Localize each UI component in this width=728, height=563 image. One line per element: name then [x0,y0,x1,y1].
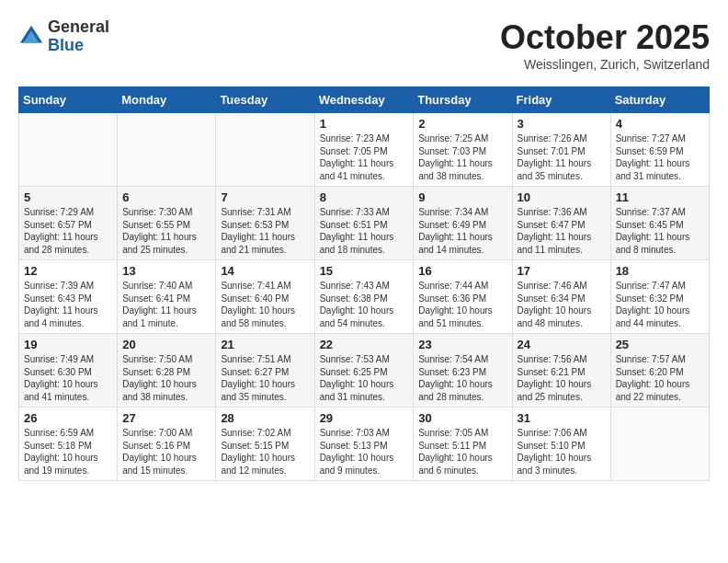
day-info: Sunrise: 7:00 AM Sunset: 5:16 PM Dayligh… [122,427,210,477]
table-row: 1Sunrise: 7:23 AM Sunset: 7:05 PM Daylig… [314,113,414,187]
day-number: 6 [122,190,210,204]
day-info: Sunrise: 7:51 AM Sunset: 6:27 PM Dayligh… [221,353,309,403]
table-row: 5Sunrise: 7:29 AM Sunset: 6:57 PM Daylig… [19,187,118,260]
day-info: Sunrise: 7:02 AM Sunset: 5:15 PM Dayligh… [221,427,309,477]
day-number: 4 [616,117,704,131]
weekday-header-friday: Friday [512,87,610,113]
day-number: 26 [24,411,112,425]
day-info: Sunrise: 7:50 AM Sunset: 6:28 PM Dayligh… [122,353,210,403]
day-info: Sunrise: 7:23 AM Sunset: 7:05 PM Dayligh… [320,132,409,182]
table-row: 23Sunrise: 7:54 AM Sunset: 6:23 PM Dayli… [414,334,512,408]
day-info: Sunrise: 7:46 AM Sunset: 6:34 PM Dayligh… [518,280,606,329]
day-info: Sunrise: 7:39 AM Sunset: 6:43 PM Dayligh… [24,280,112,329]
day-info: Sunrise: 7:53 AM Sunset: 6:25 PM Dayligh… [320,353,409,403]
logo: General Blue [18,18,109,55]
weekday-header-tuesday: Tuesday [216,87,314,113]
day-info: Sunrise: 7:31 AM Sunset: 6:53 PM Dayligh… [221,206,309,256]
day-number: 1 [320,117,409,131]
table-row: 20Sunrise: 7:50 AM Sunset: 6:28 PM Dayli… [118,334,216,408]
day-number: 10 [518,190,606,204]
day-number: 13 [122,264,210,278]
table-row: 22Sunrise: 7:53 AM Sunset: 6:25 PM Dayli… [314,334,414,408]
day-number: 14 [221,264,309,278]
calendar-week-row: 1Sunrise: 7:23 AM Sunset: 7:05 PM Daylig… [19,113,710,187]
day-number: 24 [518,338,606,351]
day-info: Sunrise: 7:29 AM Sunset: 6:57 PM Dayligh… [24,206,112,256]
day-info: Sunrise: 7:25 AM Sunset: 7:03 PM Dayligh… [418,132,506,182]
day-number: 12 [24,264,112,278]
table-row [118,113,216,187]
day-info: Sunrise: 7:34 AM Sunset: 6:49 PM Dayligh… [418,206,506,256]
title-block: October 2025 Weisslingen, Zurich, Switze… [500,18,710,72]
calendar-week-row: 12Sunrise: 7:39 AM Sunset: 6:43 PM Dayli… [19,260,710,334]
day-number: 19 [24,338,112,351]
table-row: 26Sunrise: 6:59 AM Sunset: 5:18 PM Dayli… [19,408,118,481]
table-row [610,408,709,481]
table-row: 2Sunrise: 7:25 AM Sunset: 7:03 PM Daylig… [414,113,512,187]
logo-text: General Blue [48,18,109,55]
table-row: 6Sunrise: 7:30 AM Sunset: 6:55 PM Daylig… [118,187,216,260]
table-row: 3Sunrise: 7:26 AM Sunset: 7:01 PM Daylig… [512,113,610,187]
table-row: 21Sunrise: 7:51 AM Sunset: 6:27 PM Dayli… [216,334,314,408]
day-number: 22 [320,338,409,351]
day-number: 28 [221,411,309,425]
table-row: 28Sunrise: 7:02 AM Sunset: 5:15 PM Dayli… [216,408,314,481]
table-row: 30Sunrise: 7:05 AM Sunset: 5:11 PM Dayli… [414,408,512,481]
day-info: Sunrise: 7:05 AM Sunset: 5:11 PM Dayligh… [418,427,506,477]
location-text: Weisslingen, Zurich, Switzerland [500,57,710,72]
logo-general-text: General [48,18,109,37]
day-info: Sunrise: 7:41 AM Sunset: 6:40 PM Dayligh… [221,280,309,329]
table-row: 15Sunrise: 7:43 AM Sunset: 6:38 PM Dayli… [314,260,414,334]
table-row: 11Sunrise: 7:37 AM Sunset: 6:45 PM Dayli… [610,187,709,260]
day-number: 30 [418,411,506,425]
day-info: Sunrise: 7:26 AM Sunset: 7:01 PM Dayligh… [518,132,606,182]
weekday-header-wednesday: Wednesday [314,87,414,113]
logo-blue-text: Blue [48,37,109,55]
day-number: 23 [418,338,506,351]
day-info: Sunrise: 7:33 AM Sunset: 6:51 PM Dayligh… [320,206,409,256]
table-row: 8Sunrise: 7:33 AM Sunset: 6:51 PM Daylig… [314,187,414,260]
table-row [216,113,314,187]
day-number: 20 [122,338,210,351]
table-row: 7Sunrise: 7:31 AM Sunset: 6:53 PM Daylig… [216,187,314,260]
table-row: 19Sunrise: 7:49 AM Sunset: 6:30 PM Dayli… [19,334,118,408]
day-number: 3 [518,117,606,131]
page-header: General Blue October 2025 Weisslingen, Z… [18,18,710,72]
day-info: Sunrise: 7:37 AM Sunset: 6:45 PM Dayligh… [616,206,704,256]
table-row: 4Sunrise: 7:27 AM Sunset: 6:59 PM Daylig… [610,113,709,187]
table-row: 13Sunrise: 7:40 AM Sunset: 6:41 PM Dayli… [118,260,216,334]
day-info: Sunrise: 7:44 AM Sunset: 6:36 PM Dayligh… [418,280,506,329]
day-info: Sunrise: 7:57 AM Sunset: 6:20 PM Dayligh… [616,353,704,403]
day-number: 7 [221,190,309,204]
day-number: 29 [320,411,409,425]
calendar-week-row: 19Sunrise: 7:49 AM Sunset: 6:30 PM Dayli… [19,334,710,408]
day-info: Sunrise: 7:47 AM Sunset: 6:32 PM Dayligh… [616,280,704,329]
day-info: Sunrise: 7:40 AM Sunset: 6:41 PM Dayligh… [122,280,210,329]
table-row: 10Sunrise: 7:36 AM Sunset: 6:47 PM Dayli… [512,187,610,260]
day-number: 9 [418,190,506,204]
day-number: 25 [616,338,704,351]
day-number: 27 [122,411,210,425]
day-number: 11 [616,190,704,204]
weekday-header-monday: Monday [118,87,216,113]
day-info: Sunrise: 7:30 AM Sunset: 6:55 PM Dayligh… [122,206,210,256]
day-info: Sunrise: 7:49 AM Sunset: 6:30 PM Dayligh… [24,353,112,403]
day-number: 31 [518,411,606,425]
table-row: 27Sunrise: 7:00 AM Sunset: 5:16 PM Dayli… [118,408,216,481]
day-number: 2 [418,117,506,131]
calendar-table: SundayMondayTuesdayWednesdayThursdayFrid… [18,86,710,481]
day-number: 15 [320,264,409,278]
day-info: Sunrise: 7:36 AM Sunset: 6:47 PM Dayligh… [518,206,606,256]
weekday-header-saturday: Saturday [610,87,709,113]
table-row: 25Sunrise: 7:57 AM Sunset: 6:20 PM Dayli… [610,334,709,408]
day-number: 18 [616,264,704,278]
month-title: October 2025 [500,18,710,57]
day-info: Sunrise: 7:03 AM Sunset: 5:13 PM Dayligh… [320,427,409,477]
table-row: 9Sunrise: 7:34 AM Sunset: 6:49 PM Daylig… [414,187,512,260]
day-number: 21 [221,338,309,351]
table-row: 12Sunrise: 7:39 AM Sunset: 6:43 PM Dayli… [19,260,118,334]
table-row [19,113,118,187]
day-number: 8 [320,190,409,204]
day-info: Sunrise: 7:06 AM Sunset: 5:10 PM Dayligh… [518,427,606,477]
table-row: 18Sunrise: 7:47 AM Sunset: 6:32 PM Dayli… [610,260,709,334]
